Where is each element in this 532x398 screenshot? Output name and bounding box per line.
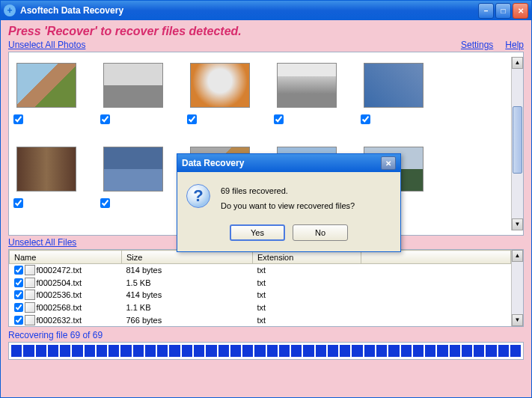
thumb-image[interactable] bbox=[16, 147, 76, 192]
progress-segment bbox=[450, 345, 460, 357]
file-size: 414 bytes bbox=[122, 289, 253, 301]
file-checkbox[interactable] bbox=[14, 278, 23, 287]
thumb-checkbox[interactable] bbox=[274, 114, 284, 124]
close-button[interactable]: ✕ bbox=[513, 3, 528, 19]
progress-segment bbox=[230, 345, 241, 357]
photo-thumb[interactable] bbox=[13, 224, 79, 230]
table-row[interactable]: f0002568.txt1.1 KBtxt bbox=[10, 301, 511, 314]
progress-segment bbox=[498, 345, 509, 357]
minimize-button[interactable]: – bbox=[478, 3, 494, 19]
progress-segment bbox=[388, 345, 399, 357]
photo-thumb[interactable] bbox=[13, 57, 79, 138]
thumb-checkbox[interactable] bbox=[13, 198, 23, 208]
app-title: Asoftech Data Recovery bbox=[20, 5, 478, 16]
progress-segment bbox=[72, 345, 82, 357]
progress-segment bbox=[376, 345, 387, 357]
progress-segment bbox=[206, 345, 216, 357]
photo-thumb[interactable] bbox=[274, 57, 340, 138]
question-icon: ? bbox=[186, 184, 210, 208]
progress-segment bbox=[108, 345, 119, 357]
file-scroll-track[interactable] bbox=[512, 262, 523, 314]
thumb-image[interactable] bbox=[190, 63, 250, 108]
file-checkbox[interactable] bbox=[14, 303, 23, 312]
scroll-up-button[interactable]: ▲ bbox=[512, 57, 523, 69]
progress-segment bbox=[401, 345, 412, 357]
thumb-image[interactable] bbox=[277, 63, 337, 108]
titlebar: + Asoftech Data Recovery – □ ✕ bbox=[1, 1, 531, 20]
progress-segment bbox=[145, 345, 156, 357]
settings-link[interactable]: Settings bbox=[461, 40, 493, 50]
thumb-checkbox[interactable] bbox=[361, 114, 370, 124]
file-scroll-up-button[interactable]: ▲ bbox=[512, 250, 523, 262]
thumb-image[interactable] bbox=[364, 63, 424, 108]
dialog-line2: Do you want to view recovered files? bbox=[221, 199, 355, 214]
progress-segment bbox=[437, 345, 447, 357]
progress-segment bbox=[48, 345, 58, 357]
thumb-image[interactable] bbox=[16, 63, 76, 108]
unselect-all-photos-link[interactable]: Unselect All Photos bbox=[8, 40, 85, 50]
progress-bar bbox=[8, 342, 524, 360]
dialog-line1: 69 files recovered. bbox=[221, 184, 355, 199]
progress-segment bbox=[11, 345, 22, 357]
file-size: 766 bytes bbox=[122, 313, 253, 326]
dialog-titlebar: Data Recovery ✕ bbox=[177, 154, 400, 172]
thumb-image[interactable] bbox=[103, 63, 163, 108]
photo-thumb[interactable] bbox=[100, 141, 166, 221]
progress-segment bbox=[279, 345, 290, 357]
photo-thumb[interactable] bbox=[187, 57, 253, 138]
table-row[interactable]: f0002536.txt414 bytestxt bbox=[10, 289, 511, 301]
column-header-extension[interactable]: Extension bbox=[253, 251, 361, 264]
unselect-all-files-link[interactable]: Unselect All Files bbox=[8, 237, 76, 248]
file-checkbox[interactable] bbox=[14, 290, 23, 299]
progress-segment bbox=[23, 345, 34, 357]
progress-segment bbox=[462, 345, 472, 357]
photo-thumb[interactable] bbox=[13, 141, 79, 221]
app-window: + Asoftech Data Recovery – □ ✕ Press 'Re… bbox=[0, 0, 532, 398]
thumb-checkbox[interactable] bbox=[100, 114, 110, 124]
file-checkbox[interactable] bbox=[14, 266, 23, 275]
photo-scrollbar[interactable]: ▲ ▼ bbox=[511, 57, 523, 230]
recovery-dialog: Data Recovery ✕ ? 69 files recovered. Do… bbox=[177, 153, 401, 252]
help-link[interactable]: Help bbox=[505, 40, 524, 50]
progress-segment bbox=[328, 345, 338, 357]
maximize-button[interactable]: □ bbox=[495, 3, 511, 19]
progress-segment bbox=[242, 345, 253, 357]
file-extension: txt bbox=[253, 313, 361, 326]
photo-thumb[interactable] bbox=[100, 57, 166, 138]
progress-segment bbox=[413, 345, 424, 357]
progress-segment bbox=[291, 345, 302, 357]
file-icon bbox=[25, 278, 35, 288]
progress-segment bbox=[510, 345, 521, 357]
progress-segment bbox=[364, 345, 375, 357]
thumb-checkbox[interactable] bbox=[100, 198, 110, 208]
instruction-text: Press 'Recover' to recover files detecte… bbox=[8, 25, 524, 38]
table-row[interactable]: f0002472.txt814 bytestxt bbox=[10, 264, 511, 277]
progress-segment bbox=[267, 345, 278, 357]
file-size: 814 bytes bbox=[122, 264, 253, 277]
progress-segment bbox=[133, 345, 144, 357]
thumb-image[interactable] bbox=[103, 147, 163, 192]
progress-segment bbox=[36, 345, 46, 357]
table-row[interactable]: f0002504.txt1.5 KBtxt bbox=[10, 276, 511, 289]
column-header-name[interactable]: Name bbox=[10, 251, 122, 264]
file-scrollbar[interactable]: ▲ ▼ bbox=[511, 250, 523, 326]
progress-segment bbox=[120, 345, 131, 357]
yes-button[interactable]: Yes bbox=[230, 224, 285, 241]
file-scroll-down-button[interactable]: ▼ bbox=[512, 314, 523, 326]
scroll-track[interactable] bbox=[512, 69, 523, 218]
file-extension: txt bbox=[253, 301, 361, 314]
progress-segment bbox=[254, 345, 265, 357]
file-size: 1.5 KB bbox=[122, 276, 253, 289]
column-header-empty[interactable] bbox=[361, 251, 511, 264]
file-checkbox[interactable] bbox=[14, 316, 23, 325]
column-header-size[interactable]: Size bbox=[122, 251, 253, 264]
thumb-checkbox[interactable] bbox=[13, 114, 23, 124]
scroll-down-button[interactable]: ▼ bbox=[512, 218, 523, 230]
photo-thumb[interactable] bbox=[361, 57, 426, 138]
dialog-close-button[interactable]: ✕ bbox=[381, 156, 396, 170]
file-icon bbox=[25, 290, 35, 300]
scroll-thumb[interactable] bbox=[513, 106, 522, 174]
no-button[interactable]: No bbox=[293, 224, 348, 241]
thumb-checkbox[interactable] bbox=[187, 114, 197, 124]
table-row[interactable]: f0002632.txt766 bytestxt bbox=[10, 313, 511, 326]
